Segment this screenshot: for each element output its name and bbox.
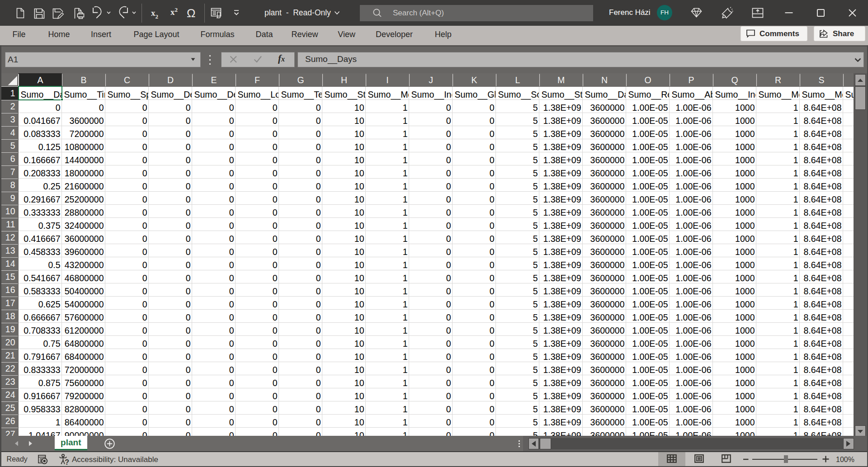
svg-text:?: ? (65, 458, 69, 466)
